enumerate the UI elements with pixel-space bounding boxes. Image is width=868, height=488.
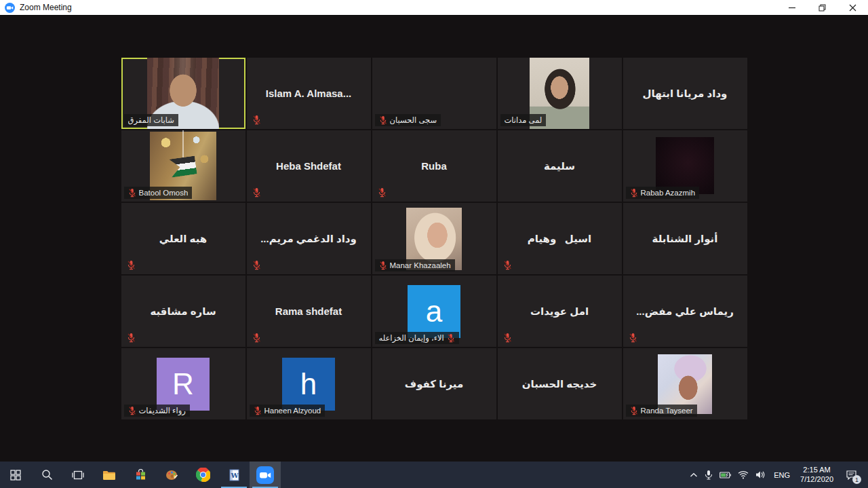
participant-tile[interactable]: Randa Tayseer xyxy=(623,348,747,419)
participant-name-label: شابات المفرق xyxy=(124,114,178,126)
meeting-content: شابات المفرق Islam A. Almasa... سجى الحس… xyxy=(0,16,868,462)
zoom-taskbar-button[interactable] xyxy=(250,462,281,488)
participant-name: Ruba xyxy=(372,130,496,202)
file-explorer-button[interactable] xyxy=(94,462,125,488)
muted-mic-icon xyxy=(128,188,136,198)
participant-name: امل عويدات xyxy=(498,276,622,347)
participant-avatar: a xyxy=(408,285,460,338)
participant-tile[interactable]: ساره مشاقبه xyxy=(121,276,245,347)
participant-name: ميرنا كفوف xyxy=(372,348,496,419)
participant-name: أنوار الشنابلة xyxy=(623,203,747,274)
avatar-letter: h xyxy=(300,369,317,399)
taskbar-clock[interactable]: 2:15 AM 7/12/2020 xyxy=(795,462,839,488)
microsoft-store-button[interactable] xyxy=(125,462,156,488)
tray-chevron-button[interactable] xyxy=(686,462,701,488)
participant-tile[interactable]: وداد مريانا ابتهال xyxy=(623,58,747,129)
muted-mic-icon xyxy=(252,260,261,270)
participant-name: سجى الحسبان xyxy=(390,115,437,125)
zoom-camera-icon xyxy=(256,466,274,484)
restore-button[interactable] xyxy=(807,0,837,15)
muted-mic-icon xyxy=(503,260,512,270)
participant-tile[interactable]: Rabab Azazmih xyxy=(623,130,747,202)
participant-tile[interactable]: لمى مدانات xyxy=(498,58,622,129)
participant-tile[interactable]: امل عويدات xyxy=(498,276,622,347)
participant-name: Manar Khazaaleh xyxy=(390,261,451,269)
minimize-button[interactable] xyxy=(776,0,807,15)
tray-microphone-button[interactable] xyxy=(701,462,716,488)
system-tray: ENG 2:15 AM 7/12/2020 1 xyxy=(686,462,868,488)
muted-mic-icon xyxy=(447,333,455,343)
muted-mic-icon xyxy=(629,333,637,343)
participant-video xyxy=(656,137,714,194)
muted-mic-icon xyxy=(252,333,261,343)
volume-icon xyxy=(755,470,766,479)
paint3d-button[interactable] xyxy=(156,462,187,488)
start-button[interactable] xyxy=(0,462,31,488)
task-view-button[interactable] xyxy=(62,462,94,488)
language-indicator[interactable]: ENG xyxy=(769,462,795,488)
tray-battery-button[interactable] xyxy=(716,462,734,488)
participant-tile[interactable]: اسيل وهيام xyxy=(498,203,622,274)
participant-tile[interactable]: Rama shdefat xyxy=(247,276,371,347)
chrome-button[interactable] xyxy=(187,462,218,488)
participant-tile[interactable]: Islam A. Almasa... xyxy=(247,58,371,129)
participant-tile[interactable]: R رواء الشديفات xyxy=(121,348,245,419)
chrome-icon xyxy=(196,468,210,482)
minimize-icon xyxy=(789,4,795,11)
action-center-button[interactable]: 1 xyxy=(839,462,864,488)
muted-mic-icon xyxy=(630,188,638,198)
word-button[interactable]: W xyxy=(218,462,250,488)
participant-name-label: الاء، وإيمان الخزاعله xyxy=(375,332,459,344)
participant-name: الاء، وإيمان الخزاعله xyxy=(379,333,444,343)
participant-tile[interactable]: h Haneen Alzyoud xyxy=(247,348,371,419)
muted-mic-icon xyxy=(379,115,387,125)
participant-name: Haneen Alzyoud xyxy=(264,407,321,415)
participant-name: شابات المفرق xyxy=(128,115,174,125)
participant-tile[interactable]: أنوار الشنابلة xyxy=(623,203,747,274)
zoom-app-icon xyxy=(5,3,15,13)
task-view-icon xyxy=(72,470,84,481)
participant-tile[interactable]: وداد الدغمي مريم... xyxy=(247,203,371,274)
participant-tile[interactable]: a الاء، وإيمان الخزاعله xyxy=(372,276,496,347)
close-button[interactable] xyxy=(837,0,868,15)
participant-name: خديجه الحسبان xyxy=(498,348,622,419)
muted-mic-icon xyxy=(127,333,136,343)
chevron-up-icon xyxy=(690,472,698,478)
participant-tile[interactable]: شابات المفرق xyxy=(121,58,245,129)
muted-mic-icon xyxy=(254,406,262,415)
window-title: Zoom Meeting xyxy=(20,3,72,12)
muted-mic-icon xyxy=(252,115,261,125)
wifi-icon xyxy=(738,470,749,479)
search-button[interactable] xyxy=(31,462,62,488)
participant-name: وداد مريانا ابتهال xyxy=(623,58,747,129)
participant-tile[interactable]: خديجه الحسبان xyxy=(498,348,622,419)
participant-name: اسيل وهيام xyxy=(498,203,622,274)
participant-name: Rama shdefat xyxy=(247,276,371,347)
participant-name: ريماس علي مفض... xyxy=(623,276,747,347)
participant-tile[interactable]: Ruba xyxy=(372,130,496,202)
search-icon xyxy=(41,469,53,481)
muted-mic-icon xyxy=(128,406,136,415)
window-titlebar: Zoom Meeting xyxy=(0,0,868,16)
participant-name-label: Haneen Alzyoud xyxy=(250,405,326,417)
svg-text:W: W xyxy=(230,472,239,479)
tray-wifi-button[interactable] xyxy=(734,462,752,488)
participant-name-label: سجى الحسبان xyxy=(375,114,441,126)
microphone-icon xyxy=(705,470,713,480)
participant-tile[interactable]: سجى الحسبان xyxy=(372,58,496,129)
participant-tile[interactable]: Batool Omosh xyxy=(121,130,245,202)
clock-date: 7/12/2020 xyxy=(800,475,833,485)
muted-mic-icon xyxy=(379,261,387,270)
participant-tile[interactable]: هبه العلي xyxy=(121,203,245,274)
participant-tile[interactable]: Manar Khazaaleh xyxy=(372,203,496,274)
participant-tile[interactable]: سليمة xyxy=(498,130,622,202)
participant-tile[interactable]: ريماس علي مفض... xyxy=(623,276,747,347)
participant-tile[interactable]: Heba Shdefat xyxy=(247,130,371,202)
participant-name: Batool Omosh xyxy=(139,189,189,197)
muted-mic-icon xyxy=(503,333,512,343)
windows-logo-icon xyxy=(10,470,21,481)
participant-tile[interactable]: ميرنا كفوف xyxy=(372,348,496,419)
participant-name: Islam A. Almasa... xyxy=(247,58,371,129)
participant-avatar: R xyxy=(157,358,210,411)
tray-volume-button[interactable] xyxy=(752,462,769,488)
